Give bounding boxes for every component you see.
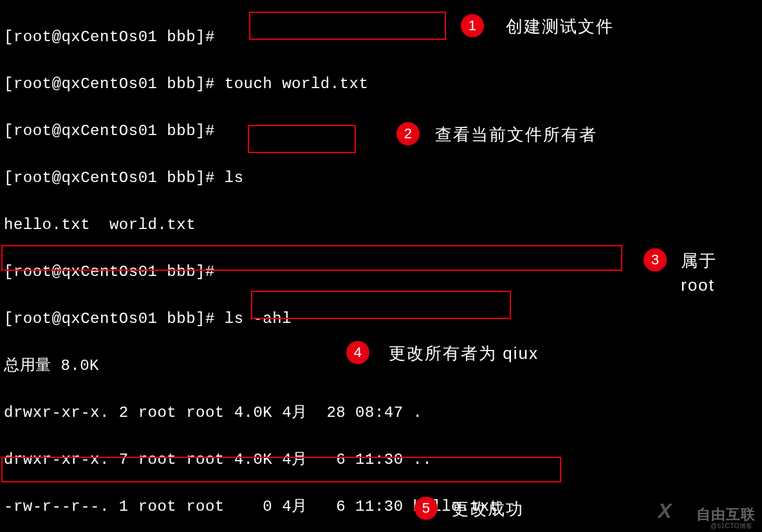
terminal-line: [root@qxCentOs01 bbb]# ls bbox=[4, 167, 758, 190]
annot-text-2: 查看当前文件所有者 bbox=[435, 124, 597, 146]
badge-1: 1 bbox=[461, 14, 484, 37]
terminal-line: [root@qxCentOs01 bbb]# ls -ahl bbox=[4, 307, 758, 331]
badge-3: 3 bbox=[644, 248, 667, 271]
terminal-line: drwxr-xr-x. 2 root root 4.0K 4月 28 08:47… bbox=[4, 401, 758, 425]
badge-4: 4 bbox=[346, 341, 369, 364]
badge-2: 2 bbox=[396, 122, 420, 145]
terminal-line: drwxr-xr-x. 7 root root 4.0K 4月 6 11:30 … bbox=[4, 448, 758, 472]
annot-text-3b: root bbox=[681, 275, 715, 295]
terminal-line: [root@qxCentOs01 bbb]# bbox=[4, 120, 758, 143]
terminal-line: [root@qxCentOs01 bbb]# bbox=[4, 26, 758, 49]
annot-text-3a: 属于 bbox=[681, 250, 717, 272]
watermark-x-icon: X bbox=[658, 499, 672, 523]
terminal-line: 总用量 8.0K bbox=[4, 354, 758, 378]
terminal-line: -rw-r--r--. 1 root root 0 4月 6 11:30 hel… bbox=[4, 495, 758, 518]
watermark-sub: @51CTO博客 bbox=[711, 522, 753, 531]
terminal-line: hello.txt world.txt bbox=[4, 214, 758, 237]
badge-5: 5 bbox=[414, 497, 438, 520]
annot-text-4: 更改所有者为 qiux bbox=[389, 342, 539, 365]
annot-text-5: 更改成功 bbox=[452, 498, 524, 520]
terminal-line: [root@qxCentOs01 bbb]# touch world.txt bbox=[4, 73, 758, 96]
annot-text-1: 创建测试文件 bbox=[506, 15, 614, 38]
